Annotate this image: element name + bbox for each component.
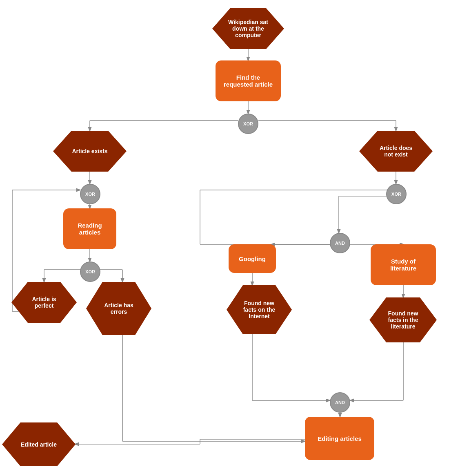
- xor-top-gateway: XOR: [238, 114, 258, 134]
- editing-process: Editing articles: [305, 417, 374, 460]
- and-mid-gateway: AND: [330, 233, 350, 253]
- article-errors-event: Article has errors: [86, 282, 151, 335]
- article-exists-event: Article exists: [53, 131, 127, 172]
- facts-lit-hexagon: Found new facts in the literature: [369, 297, 437, 342]
- article-exists-hexagon: Article exists: [53, 131, 127, 172]
- edited-article-event: Edited article: [2, 422, 76, 466]
- diagram: Wikipedian sat down at the computer Find…: [0, 0, 449, 476]
- xor-right-gateway: XOR: [386, 184, 407, 204]
- article-perfect-event: Article is perfect: [11, 282, 77, 323]
- xor-read-gateway: XOR: [80, 261, 100, 282]
- facts-internet-event: Found new facts on the Internet: [227, 285, 292, 334]
- facts-lit-event: Found new facts in the literature: [369, 297, 437, 342]
- article-not-exist-event: Article does not exist: [359, 131, 433, 172]
- article-not-exist-hexagon: Article does not exist: [359, 131, 433, 172]
- googling-process: Googling: [229, 244, 276, 273]
- article-perfect-hexagon: Article is perfect: [11, 282, 77, 323]
- study-lit-process: Study of literature: [371, 244, 436, 285]
- article-errors-hexagon: Article has errors: [86, 282, 151, 335]
- start-hexagon: Wikipedian sat down at the computer: [212, 8, 284, 49]
- reading-process: Reading articles: [63, 208, 116, 249]
- xor-left-gateway: XOR: [80, 184, 100, 204]
- start-event: Wikipedian sat down at the computer: [212, 8, 284, 49]
- find-article-process: Find the requested article: [216, 60, 281, 101]
- and-bottom-gateway: AND: [330, 392, 350, 413]
- facts-internet-hexagon: Found new facts on the Internet: [227, 285, 292, 334]
- edited-article-hexagon: Edited article: [2, 422, 76, 466]
